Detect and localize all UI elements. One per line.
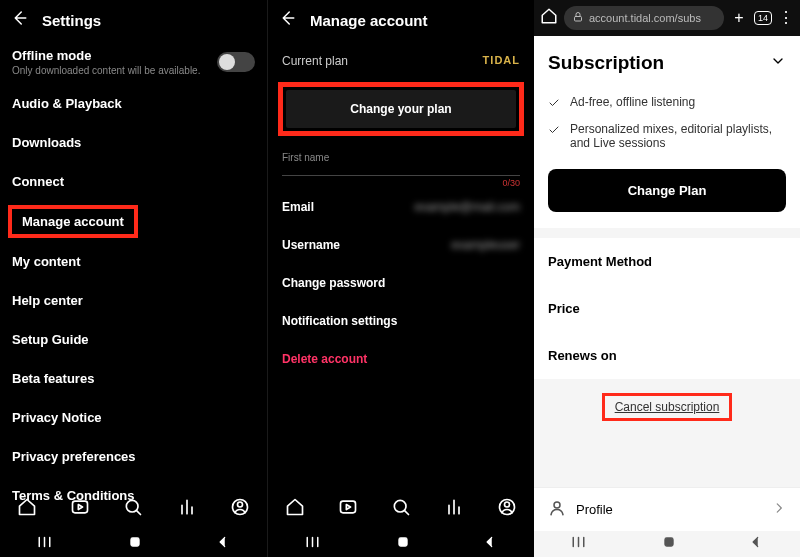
nav-stats-icon[interactable] bbox=[444, 497, 464, 521]
sys-back-icon[interactable] bbox=[216, 535, 230, 553]
offline-toggle[interactable] bbox=[217, 52, 255, 72]
feature-text: Personalized mixes, editorial playlists,… bbox=[570, 122, 786, 150]
browser-add-icon[interactable]: + bbox=[730, 9, 748, 27]
change-password-link[interactable]: Change password bbox=[268, 264, 534, 302]
sys-home-icon[interactable] bbox=[396, 535, 410, 553]
notification-settings-link[interactable]: Notification settings bbox=[268, 302, 534, 340]
menu-connect[interactable]: Connect bbox=[0, 162, 267, 201]
email-value: example@mail.com bbox=[414, 200, 520, 214]
profile-icon bbox=[548, 499, 566, 520]
plan-name: TIDAL bbox=[483, 54, 520, 68]
svg-rect-12 bbox=[665, 538, 673, 546]
menu-privacy-preferences[interactable]: Privacy preferences bbox=[0, 437, 267, 476]
current-plan-label: Current plan bbox=[282, 54, 348, 68]
svg-rect-4 bbox=[131, 538, 139, 546]
nav-profile-icon[interactable] bbox=[497, 497, 517, 521]
cancel-subscription-link[interactable]: Cancel subscription bbox=[602, 393, 733, 421]
svg-point-11 bbox=[554, 502, 560, 508]
browser-tabs-icon[interactable]: 14 bbox=[754, 11, 772, 25]
svg-point-3 bbox=[238, 502, 243, 507]
sys-recent-icon[interactable] bbox=[305, 535, 323, 553]
nav-search-icon[interactable] bbox=[391, 497, 411, 521]
menu-beta-features[interactable]: Beta features bbox=[0, 359, 267, 398]
page-title: Settings bbox=[42, 12, 101, 29]
menu-help-center[interactable]: Help center bbox=[0, 281, 267, 320]
sys-home-icon[interactable] bbox=[662, 535, 676, 553]
nav-video-icon[interactable] bbox=[70, 497, 90, 521]
menu-privacy-notice[interactable]: Privacy Notice bbox=[0, 398, 267, 437]
feature-text: Ad-free, offline listening bbox=[570, 95, 695, 109]
nav-home-icon[interactable] bbox=[17, 497, 37, 521]
menu-setup-guide[interactable]: Setup Guide bbox=[0, 320, 267, 359]
svg-rect-0 bbox=[73, 501, 88, 513]
first-name-count: 0/30 bbox=[268, 176, 534, 188]
address-bar[interactable]: account.tidal.com/subs bbox=[564, 6, 724, 30]
renews-row[interactable]: Renews on bbox=[534, 332, 800, 379]
menu-audio-playback[interactable]: Audio & Playback bbox=[0, 84, 267, 123]
username-value: exampleuser bbox=[451, 238, 520, 252]
payment-method-row[interactable]: Payment Method bbox=[534, 238, 800, 285]
sys-back-icon[interactable] bbox=[483, 535, 497, 553]
svg-point-8 bbox=[505, 502, 510, 507]
profile-label[interactable]: Profile bbox=[576, 502, 613, 517]
check-icon bbox=[548, 122, 560, 139]
svg-rect-5 bbox=[340, 501, 355, 513]
sys-home-icon[interactable] bbox=[128, 535, 142, 553]
sys-back-icon[interactable] bbox=[749, 535, 763, 553]
url-text: account.tidal.com/subs bbox=[589, 12, 701, 24]
highlight-change-plan: Change your plan bbox=[278, 82, 524, 136]
svg-rect-10 bbox=[575, 17, 582, 22]
check-icon bbox=[548, 95, 560, 112]
nav-video-icon[interactable] bbox=[338, 497, 358, 521]
first-name-label: First name bbox=[268, 142, 534, 165]
nav-profile-icon[interactable] bbox=[230, 497, 250, 521]
browser-home-icon[interactable] bbox=[540, 7, 558, 29]
browser-menu-icon[interactable]: ⋮ bbox=[778, 10, 794, 26]
menu-my-content[interactable]: My content bbox=[0, 242, 267, 281]
page-title: Manage account bbox=[310, 12, 428, 29]
offline-label: Offline mode bbox=[12, 48, 200, 63]
svg-rect-9 bbox=[399, 538, 407, 546]
offline-sub: Only downloaded content will be availabl… bbox=[12, 65, 200, 76]
nav-stats-icon[interactable] bbox=[177, 497, 197, 521]
change-plan-button[interactable]: Change Plan bbox=[548, 169, 786, 212]
username-label: Username bbox=[282, 238, 340, 252]
nav-search-icon[interactable] bbox=[123, 497, 143, 521]
subscription-heading: Subscription bbox=[548, 52, 664, 74]
nav-home-icon[interactable] bbox=[285, 497, 305, 521]
sys-recent-icon[interactable] bbox=[571, 535, 589, 553]
menu-downloads[interactable]: Downloads bbox=[0, 123, 267, 162]
price-row[interactable]: Price bbox=[534, 285, 800, 332]
chevron-right-icon[interactable] bbox=[772, 501, 786, 519]
back-icon[interactable] bbox=[278, 9, 296, 31]
menu-manage-account[interactable]: Manage account bbox=[8, 205, 138, 238]
delete-account-link[interactable]: Delete account bbox=[268, 340, 534, 378]
change-plan-button[interactable]: Change your plan bbox=[286, 90, 516, 128]
email-label: Email bbox=[282, 200, 314, 214]
back-icon[interactable] bbox=[10, 9, 28, 31]
sys-recent-icon[interactable] bbox=[37, 535, 55, 553]
lock-icon bbox=[572, 11, 584, 25]
chevron-down-icon[interactable] bbox=[770, 53, 786, 73]
